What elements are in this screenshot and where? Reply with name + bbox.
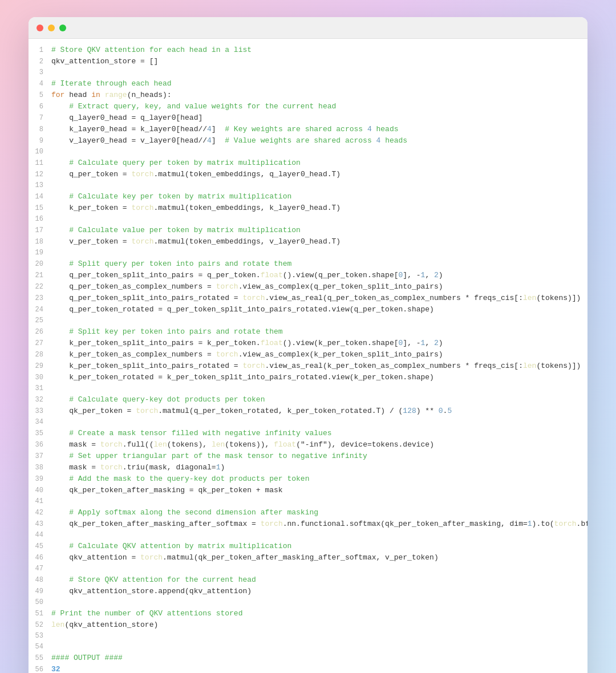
code-line: 36 mask = torch.full((len(tokens), len(t… [29,439,587,451]
code-line: 2qkv_attention_store = [] [29,56,587,67]
minimize-button[interactable] [48,25,55,31]
line-content: # Add the mask to the query-key dot prod… [51,473,587,484]
code-line: 54 [29,642,587,652]
code-line: 7 q_layer0_head = q_layer0[head] [29,112,587,124]
line-number: 13 [29,180,51,191]
code-line: 10 [29,147,587,157]
code-line: 15 k_per_token = torch.matmul(token_embe… [29,202,587,214]
close-button[interactable] [37,25,43,31]
line-content: # Set upper triangular part of the mask … [51,451,587,461]
line-content: len(qkv_attention_store) [51,619,587,630]
code-line: 27 k_per_token_split_into_pairs = k_per_… [29,338,587,349]
line-number: 32 [29,395,51,406]
line-number: 33 [29,406,51,417]
line-content: # Store QKV attention for each head in a… [51,44,587,55]
line-number: 16 [29,214,51,225]
code-line: 5for head in range(n_heads): [29,90,587,101]
code-line: 45 # Calculate QKV attention by matrix m… [29,541,587,552]
line-number: 26 [29,327,51,338]
code-area: 1# Store QKV attention for each head in … [29,39,587,673]
code-line: 46 qkv_attention = torch.matmul(qk_per_t… [29,552,587,563]
line-content: v_per_token = torch.matmul(token_embeddi… [51,236,587,247]
line-number: 52 [29,620,51,631]
line-number: 39 [29,474,51,485]
line-content: mask = torch.full((len(tokens), len(toke… [51,439,587,450]
line-content: q_per_token_rotated = q_per_token_split_… [51,304,587,315]
line-content: q_per_token_as_complex_numbers = torch.v… [51,281,587,292]
line-content: q_per_token = torch.matmul(token_embeddi… [51,169,587,180]
line-content: qkv_attention = torch.matmul(qk_per_toke… [51,552,587,563]
line-number: 24 [29,305,51,315]
line-number: 30 [29,372,51,383]
line-content: qkv_attention_store = [] [51,56,587,67]
line-number: 17 [29,225,51,236]
line-number: 51 [29,609,51,619]
line-number: 6 [29,102,51,112]
line-number: 43 [29,519,51,530]
line-number: 1 [29,45,51,56]
code-line: 11 # Calculate query per token by matrix… [29,157,587,169]
code-line: 35 # Create a mask tensor filled with ne… [29,428,587,439]
line-content: # Iterate through each head [51,78,587,89]
code-line: 53 [29,631,587,642]
line-number: 41 [29,496,51,507]
code-line: 4# Iterate through each head [29,78,587,90]
line-content: # Print the number of QKV attentions sto… [51,608,587,619]
line-number: 15 [29,203,51,214]
line-content: qk_per_token_after_masking_after_softmax… [51,518,587,529]
code-line: 33 qk_per_token = torch.matmul(q_per_tok… [29,406,587,417]
line-content: # Calculate query-key dot products per t… [51,394,587,405]
line-content: q_per_token_split_into_pairs = q_per_tok… [51,270,587,281]
code-line: 21 q_per_token_split_into_pairs = q_per_… [29,270,587,281]
line-content: k_per_token = torch.matmul(token_embeddi… [51,202,587,213]
line-number: 10 [29,147,51,157]
code-line: 17 # Calculate value per token by matrix… [29,225,587,236]
code-line: 41 [29,496,587,507]
line-content: # Split query per token into pairs and r… [51,258,587,269]
code-line: 12 q_per_token = torch.matmul(token_embe… [29,169,587,180]
code-line: 16 [29,214,587,225]
line-content: # Apply softmax along the second dimensi… [51,507,587,518]
line-content: # Create a mask tensor filled with negat… [51,428,587,439]
code-line: 31 [29,383,587,394]
code-line: 43 qk_per_token_after_masking_after_soft… [29,518,587,530]
line-number: 36 [29,440,51,451]
code-line: 38 mask = torch.triu(mask, diagonal=1) [29,462,587,473]
code-line: 50 [29,597,587,608]
line-number: 38 [29,463,51,473]
maximize-button[interactable] [59,25,66,31]
line-content: for head in range(n_heads): [51,90,587,100]
line-number: 20 [29,259,51,270]
line-number: 14 [29,192,51,202]
code-line: 20 # Split query per token into pairs an… [29,258,587,270]
line-content: q_per_token_split_into_pairs_rotated = t… [51,293,587,303]
line-number: 54 [29,642,51,652]
line-content: # Extract query, key, and value weights … [51,101,587,112]
line-number: 2 [29,56,51,67]
code-line: 47 [29,563,587,574]
line-number: 47 [29,563,51,574]
line-content: k_per_token_as_complex_numbers = torch.v… [51,349,587,360]
code-line: 28 k_per_token_as_complex_numbers = torc… [29,349,587,360]
line-content: # Calculate query per token by matrix mu… [51,157,587,168]
code-line: 29 k_per_token_split_into_pairs_rotated … [29,360,587,372]
code-line: 40 qk_per_token_after_masking = qk_per_t… [29,485,587,496]
line-content: k_per_token_split_into_pairs = k_per_tok… [51,338,587,348]
code-line: 30 k_per_token_rotated = k_per_token_spl… [29,372,587,383]
line-content: 32 [51,664,587,673]
line-content: # Calculate QKV attention by matrix mult… [51,541,587,552]
line-number: 37 [29,451,51,462]
code-line: 8 k_layer0_head = k_layer0[head//4] # Ke… [29,124,587,135]
line-number: 31 [29,383,51,394]
line-number: 56 [29,664,51,673]
line-content: qk_per_token_after_masking = qk_per_toke… [51,485,587,496]
line-number: 50 [29,597,51,608]
code-line: 5632 [29,664,587,673]
code-line: 34 [29,417,587,428]
line-number: 4 [29,79,51,90]
code-line: 48 # Store QKV attention for the current… [29,574,587,586]
code-line: 24 q_per_token_rotated = q_per_token_spl… [29,304,587,315]
line-content: # Split key per token into pairs and rot… [51,326,587,337]
line-number: 7 [29,113,51,124]
code-line: 26 # Split key per token into pairs and … [29,326,587,338]
